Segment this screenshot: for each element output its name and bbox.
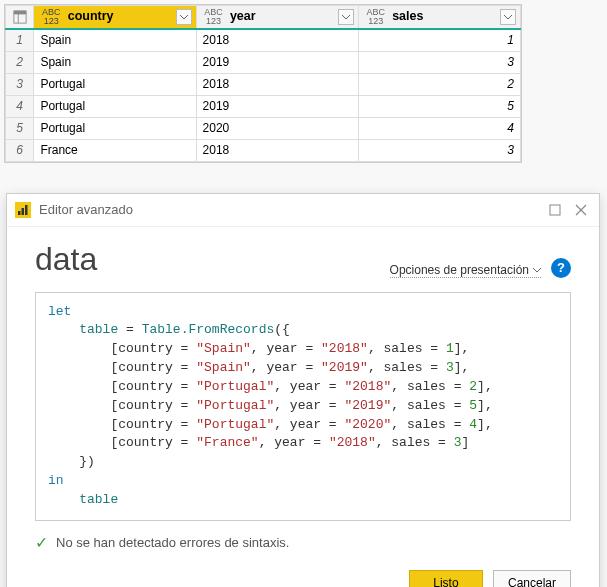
column-header-country[interactable]: ABC123 country — [34, 6, 196, 30]
table-row[interactable]: 5Portugal20204 — [6, 117, 521, 139]
maximize-button[interactable] — [545, 200, 565, 220]
cell-sales[interactable]: 2 — [358, 73, 520, 95]
help-button[interactable]: ? — [551, 258, 571, 278]
data-preview-table: ABC123 country ABC123 year ABC123 sales … — [4, 4, 522, 163]
svg-rect-1 — [14, 11, 26, 15]
cell-sales[interactable]: 1 — [358, 29, 520, 51]
table-row[interactable]: 1Spain20181 — [6, 29, 521, 51]
cell-sales[interactable]: 3 — [358, 139, 520, 161]
dialog-title: Editor avanzado — [39, 202, 539, 217]
svg-rect-6 — [550, 205, 560, 215]
code-editor[interactable]: let table = Table.FromRecords({ [country… — [35, 292, 571, 521]
cell-year[interactable]: 2019 — [196, 95, 358, 117]
row-number: 5 — [6, 117, 34, 139]
cell-sales[interactable]: 5 — [358, 95, 520, 117]
query-name: data — [35, 241, 390, 278]
column-filter-dropdown[interactable] — [176, 9, 192, 25]
row-number: 1 — [6, 29, 34, 51]
row-number: 3 — [6, 73, 34, 95]
cell-year[interactable]: 2020 — [196, 117, 358, 139]
cell-country[interactable]: Portugal — [34, 73, 196, 95]
cell-year[interactable]: 2018 — [196, 73, 358, 95]
row-number: 4 — [6, 95, 34, 117]
dialog-titlebar: Editor avanzado — [7, 194, 599, 227]
cell-country[interactable]: Spain — [34, 51, 196, 73]
cell-country[interactable]: Portugal — [34, 117, 196, 139]
presentation-options-dropdown[interactable]: Opciones de presentación — [390, 263, 541, 278]
datatype-any-icon: ABC123 — [203, 8, 225, 26]
cell-sales[interactable]: 4 — [358, 117, 520, 139]
check-icon: ✓ — [35, 533, 48, 552]
column-header-sales[interactable]: ABC123 sales — [358, 6, 520, 30]
column-header-year[interactable]: ABC123 year — [196, 6, 358, 30]
cell-country[interactable]: Portugal — [34, 95, 196, 117]
close-button[interactable] — [571, 200, 591, 220]
row-number: 6 — [6, 139, 34, 161]
table-row[interactable]: 3Portugal20182 — [6, 73, 521, 95]
cell-country[interactable]: Spain — [34, 29, 196, 51]
table-row[interactable]: 2Spain20193 — [6, 51, 521, 73]
svg-rect-5 — [25, 205, 28, 215]
cell-country[interactable]: France — [34, 139, 196, 161]
cancel-button[interactable]: Cancelar — [493, 570, 571, 587]
cell-year[interactable]: 2018 — [196, 29, 358, 51]
svg-rect-4 — [22, 208, 25, 215]
advanced-editor-dialog: Editor avanzado data Opciones de present… — [6, 193, 600, 588]
column-filter-dropdown[interactable] — [500, 9, 516, 25]
table-row[interactable]: 4Portugal20195 — [6, 95, 521, 117]
table-row[interactable]: 6France20183 — [6, 139, 521, 161]
table-corner[interactable] — [6, 6, 34, 30]
column-filter-dropdown[interactable] — [338, 9, 354, 25]
powerbi-icon — [15, 202, 31, 218]
cell-year[interactable]: 2018 — [196, 139, 358, 161]
cell-year[interactable]: 2019 — [196, 51, 358, 73]
syntax-status: ✓ No se han detectado errores de sintaxi… — [35, 533, 571, 552]
svg-rect-3 — [18, 211, 21, 215]
row-number: 2 — [6, 51, 34, 73]
cell-sales[interactable]: 3 — [358, 51, 520, 73]
ok-button[interactable]: Listo — [409, 570, 483, 587]
datatype-any-icon: ABC123 — [365, 8, 387, 26]
datatype-any-icon: ABC123 — [40, 8, 62, 26]
